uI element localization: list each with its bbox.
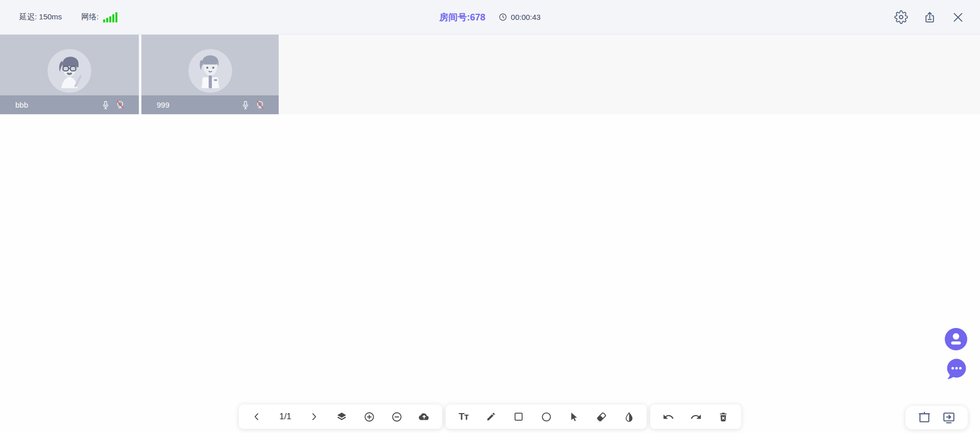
eraser-icon — [596, 411, 607, 423]
room-info: 房间号:678 00:00:43 — [439, 11, 541, 23]
whiteboard-canvas[interactable] — [0, 114, 980, 433]
room-number: 房间号:678 — [439, 11, 485, 23]
participant-name: 999 — [141, 100, 240, 109]
toolbar-tools-group: Tт — [446, 404, 647, 429]
zoom-out-icon — [391, 411, 403, 423]
participant-name-bar: 999 — [141, 95, 279, 114]
layers-button[interactable] — [335, 409, 348, 425]
exit-screen-button[interactable] — [940, 409, 958, 426]
chat-bubble-icon — [945, 358, 967, 380]
view-switch-panel — [905, 406, 968, 429]
next-page-button[interactable] — [307, 409, 321, 425]
top-bar-actions — [893, 10, 980, 25]
chat-button[interactable] — [945, 358, 967, 380]
clear-board-button[interactable] — [717, 409, 730, 425]
color-contrast-tool-button[interactable] — [622, 409, 635, 425]
whiteboard-icon — [917, 410, 932, 425]
close-button[interactable] — [950, 10, 966, 25]
zoom-out-button[interactable] — [390, 409, 403, 425]
clock-icon — [499, 13, 507, 21]
whiteboard-view-button[interactable] — [916, 409, 933, 426]
trash-icon — [718, 411, 729, 422]
screen-arrow-icon — [941, 410, 957, 425]
cursor-icon — [568, 411, 579, 422]
settings-button[interactable] — [893, 10, 909, 25]
share-upload-icon — [923, 10, 937, 24]
participant-tile[interactable]: 999 — [141, 35, 279, 114]
cursor-tool-button[interactable] — [567, 409, 580, 425]
page-indicator: 1/1 — [278, 412, 293, 422]
camera-off-icon[interactable] — [255, 99, 265, 110]
student-avatar-illustration — [188, 49, 232, 93]
cloud-upload-button[interactable] — [418, 409, 431, 425]
participant-name: bbb — [0, 100, 101, 109]
network-status: 网络: — [81, 12, 117, 22]
avatar — [188, 49, 232, 93]
eraser-tool-button[interactable] — [595, 409, 608, 425]
pencil-icon — [485, 411, 497, 422]
mic-on-icon[interactable] — [101, 100, 111, 110]
participants-button[interactable] — [945, 328, 967, 350]
redo-icon — [690, 411, 702, 423]
chevron-right-icon — [309, 412, 319, 422]
cloud-upload-icon — [418, 411, 430, 423]
rectangle-icon — [513, 411, 524, 422]
connection-stats: 延迟: 150ms 网络: — [0, 12, 117, 22]
whiteboard-toolbar: 1/1 — [239, 404, 741, 429]
gear-icon — [894, 10, 908, 24]
zoom-in-icon — [363, 411, 375, 423]
avatar — [47, 49, 91, 93]
timer-value: 00:00:43 — [511, 13, 541, 21]
participant-strip: bbb — [0, 35, 980, 114]
participant-name-bar: bbb — [0, 95, 139, 114]
network-label: 网络: — [81, 12, 99, 22]
previous-page-button[interactable] — [250, 409, 263, 425]
chevron-left-icon — [252, 412, 262, 422]
redo-button[interactable] — [689, 409, 702, 425]
close-icon — [951, 11, 965, 24]
text-tool-icon: Tт — [459, 411, 469, 422]
toolbar-history-group — [650, 404, 741, 429]
top-bar: 延迟: 150ms 网络: 房间号:678 00:00:43 — [0, 0, 980, 35]
undo-button[interactable] — [662, 409, 675, 425]
text-tool-button[interactable]: Tт — [457, 409, 470, 425]
toolbar-nav-group: 1/1 — [239, 404, 442, 429]
latency-label: 延迟: 150ms — [19, 12, 62, 22]
mic-on-icon[interactable] — [240, 100, 251, 110]
rectangle-tool-button[interactable] — [512, 409, 525, 425]
participant-tile[interactable]: bbb — [0, 35, 139, 114]
teacher-avatar-illustration — [47, 49, 91, 93]
contrast-droplet-icon — [624, 412, 634, 422]
person-icon — [945, 328, 967, 350]
undo-icon — [663, 411, 674, 423]
zoom-in-button[interactable] — [362, 409, 376, 425]
pencil-tool-button[interactable] — [484, 409, 498, 425]
ellipse-tool-button[interactable] — [540, 409, 553, 425]
classroom-app: 延迟: 150ms 网络: 房间号:678 00:00:43 — [0, 0, 980, 433]
circle-icon — [541, 411, 552, 423]
share-upload-button[interactable] — [922, 10, 937, 25]
layers-icon — [336, 411, 348, 423]
session-timer: 00:00:43 — [499, 13, 541, 21]
signal-bars-icon — [103, 12, 117, 22]
camera-off-icon[interactable] — [115, 99, 126, 110]
